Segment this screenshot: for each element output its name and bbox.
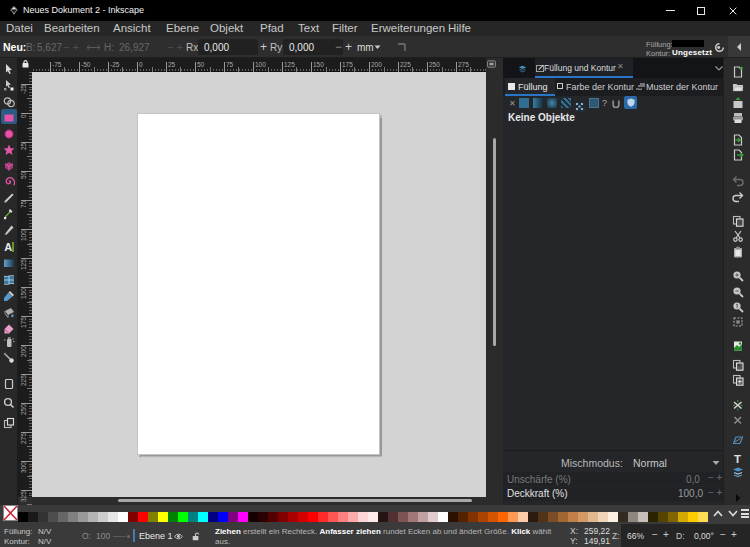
svg-text:A: A (4, 241, 12, 253)
svg-text:T: T (734, 452, 741, 464)
